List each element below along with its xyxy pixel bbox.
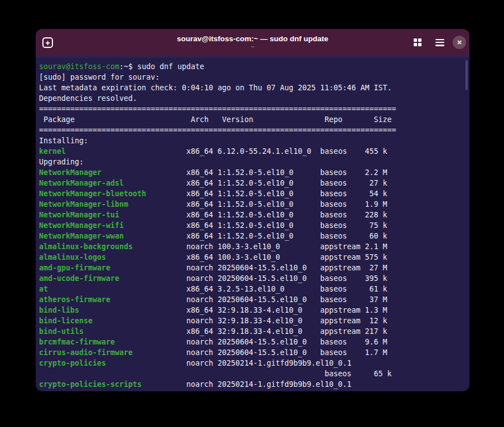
package-row: atheros-firmware noarch 20250604-15.5.el… (39, 295, 387, 304)
package-name: crypto-policies-scripts (39, 380, 142, 389)
package-name: NetworkManager-adsl (39, 179, 124, 187)
section-label: Upgrading: (39, 158, 84, 166)
package-row: almalinux-logos x86_64 100.3-3.el10_0 ap… (39, 253, 387, 261)
plus-icon: + (45, 39, 50, 47)
window-subtitle: ~ (251, 44, 254, 50)
terminal-screen[interactable]: sourav@itsfoss-com:~$ sudo dnf update [s… (36, 58, 469, 390)
titlebar[interactable]: + sourav@itsfoss-com:~ — sudo dnf update… (36, 29, 469, 56)
close-button[interactable]: ✕ (453, 36, 466, 49)
terminal-line: Dependencies resolved. (39, 94, 137, 103)
table-separator: ========================================… (39, 126, 396, 134)
package-name: NetworkManager-bluetooth (39, 190, 146, 198)
package-row: amd-ucode-firmware noarch 20250604-15.5.… (39, 274, 387, 283)
package-row-continuation: baseos 65 k (39, 370, 391, 378)
prompt-line: sourav@itsfoss-com:~$ sudo dnf update (39, 62, 204, 71)
package-name: crypto-policies (39, 359, 106, 367)
titlebar-controls: ✕ (408, 33, 466, 52)
terminal-line: [sudo] password for sourav: (39, 73, 159, 81)
package-row: NetworkManager-adsl x86_64 1:1.52.0-5.el… (39, 179, 387, 187)
package-name: at (39, 285, 48, 293)
package-row: NetworkManager-libnm x86_64 1:1.52.0-5.e… (39, 200, 387, 208)
package-name: kernel (39, 147, 66, 156)
package-row: NetworkManager x86_64 1:1.52.0-5.el10_0 … (39, 168, 387, 177)
grid-icon (414, 38, 421, 46)
package-name: NetworkManager-libnm (39, 200, 128, 208)
title-area: sourav@itsfoss-com:~ — sudo dnf update ~ (36, 29, 469, 56)
menu-button[interactable] (430, 33, 449, 52)
table-header: Package Arch Version Repo Size (39, 115, 391, 124)
package-name: atheros-firmware (39, 295, 110, 304)
package-name: bind-license (39, 317, 93, 325)
package-name: NetworkManager-tui (39, 211, 119, 219)
package-row: bind-utils x86_64 32:9.18.33-4.el10_0 ap… (39, 327, 387, 336)
new-tab-button[interactable]: + (42, 37, 53, 48)
hamburger-icon (435, 39, 444, 46)
package-row: NetworkManager-wwan x86_64 1:1.52.0-5.el… (39, 232, 387, 240)
tab-overview-button[interactable] (408, 33, 427, 52)
package-name: almalinux-logos (39, 253, 106, 261)
package-row: brcmfmac-firmware noarch 20250604-15.5.e… (39, 338, 387, 346)
terminal-window: + sourav@itsfoss-com:~ — sudo dnf update… (36, 29, 469, 391)
package-row: at x86_64 3.2.5-13.el10_0 baseos 61 k (39, 285, 387, 293)
terminal-area: sourav@itsfoss-com:~$ sudo dnf update [s… (36, 56, 469, 391)
window-title: sourav@itsfoss-com:~ — sudo dnf update (177, 35, 328, 43)
package-row: bind-libs x86_64 32:9.18.33-4.el10_0 app… (39, 306, 387, 314)
package-row: NetworkManager-tui x86_64 1:1.52.0-5.el1… (39, 211, 387, 219)
scrollbar-thumb[interactable] (466, 60, 468, 90)
prompt-user-host: sourav@itsfoss-com (39, 62, 119, 71)
package-row: almalinux-backgrounds noarch 100.3-3.el1… (39, 242, 387, 251)
package-row: bind-license noarch 32:9.18.33-4.el10_0 … (39, 317, 387, 325)
package-row: kernel x86_64 6.12.0-55.24.1.el10_0 base… (39, 147, 387, 156)
package-name: amd-ucode-firmware (39, 274, 119, 283)
section-label: Installing: (39, 137, 88, 145)
package-name: bind-libs (39, 306, 79, 314)
package-name: amd-gpu-firmware (39, 264, 110, 272)
package-row: crypto-policies-scripts noarch 20250214-… (39, 380, 351, 389)
table-separator: ========================================… (39, 105, 396, 113)
package-name: NetworkManager (39, 168, 101, 177)
package-name: bind-utils (39, 327, 84, 336)
package-name: almalinux-backgrounds (39, 242, 133, 251)
package-name: NetworkManager-wwan (39, 232, 124, 240)
package-row: NetworkManager-wifi x86_64 1:1.52.0-5.el… (39, 221, 387, 230)
close-icon: ✕ (457, 39, 462, 46)
package-row: NetworkManager-bluetooth x86_64 1:1.52.0… (39, 190, 387, 198)
terminal-line: Last metadata expiration check: 0:04:10 … (39, 84, 391, 92)
package-name: cirrus-audio-firmware (39, 348, 133, 357)
package-name: brcmfmac-firmware (39, 338, 115, 346)
package-row: crypto-policies noarch 20250214-1.gitfd9… (39, 359, 351, 367)
package-row: cirrus-audio-firmware noarch 20250604-15… (39, 348, 387, 357)
package-row: amd-gpu-firmware noarch 20250604-15.5.el… (39, 264, 387, 272)
package-name: NetworkManager-wifi (39, 221, 124, 230)
